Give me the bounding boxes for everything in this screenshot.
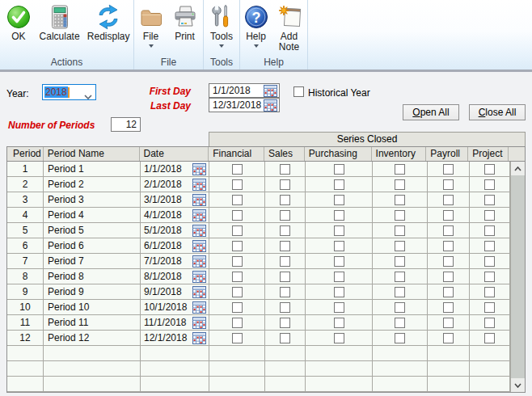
payroll-closed-checkbox[interactable] — [443, 241, 454, 251]
payroll-closed-checkbox[interactable] — [443, 179, 454, 190]
calendar-picker-icon[interactable] — [192, 301, 206, 314]
calendar-picker-icon[interactable] — [192, 209, 206, 222]
ok-button[interactable]: OK — [2, 2, 36, 42]
sales-closed-checkbox[interactable] — [280, 210, 290, 221]
period-name-cell[interactable]: Period 10 — [44, 300, 141, 314]
purchasing-closed-checkbox[interactable] — [334, 225, 344, 236]
inventory-closed-checkbox[interactable] — [395, 302, 405, 313]
payroll-closed-checkbox[interactable] — [443, 164, 454, 175]
payroll-closed-checkbox[interactable] — [443, 272, 454, 282]
financial-closed-checkbox[interactable] — [232, 333, 243, 343]
project-closed-checkbox[interactable] — [484, 179, 495, 190]
number-of-periods-field[interactable]: 12 — [111, 117, 141, 132]
period-name-cell[interactable]: Period 6 — [44, 238, 141, 253]
inventory-closed-checkbox[interactable] — [395, 241, 405, 251]
inventory-closed-checkbox[interactable] — [395, 318, 405, 328]
calendar-picker-icon[interactable] — [192, 194, 206, 207]
period-name-cell[interactable]: Period 12 — [44, 331, 141, 345]
project-closed-checkbox[interactable] — [484, 164, 495, 175]
purchasing-closed-checkbox[interactable] — [334, 272, 344, 282]
payroll-closed-checkbox[interactable] — [443, 256, 454, 267]
project-closed-checkbox[interactable] — [484, 225, 495, 236]
sales-closed-checkbox[interactable] — [280, 164, 290, 175]
sales-closed-checkbox[interactable] — [280, 256, 290, 267]
purchasing-closed-checkbox[interactable] — [334, 318, 344, 328]
period-date-cell[interactable]: 12/1/2018 — [141, 331, 209, 345]
period-date-cell[interactable]: 5/1/2018 — [141, 223, 209, 238]
project-closed-checkbox[interactable] — [484, 287, 495, 297]
period-name-cell[interactable]: Period 2 — [44, 177, 141, 192]
payroll-closed-checkbox[interactable] — [443, 318, 454, 328]
inventory-closed-checkbox[interactable] — [395, 195, 405, 205]
period-name-cell[interactable]: Period 11 — [44, 315, 141, 330]
project-closed-checkbox[interactable] — [484, 210, 495, 221]
open-all-button[interactable]: Open All — [403, 104, 459, 120]
period-name-cell[interactable]: Period 7 — [44, 254, 141, 268]
inventory-closed-checkbox[interactable] — [395, 210, 405, 221]
project-closed-checkbox[interactable] — [484, 333, 495, 343]
purchasing-closed-checkbox[interactable] — [334, 333, 344, 343]
financial-closed-checkbox[interactable] — [232, 164, 243, 175]
project-closed-checkbox[interactable] — [484, 241, 495, 251]
sales-closed-checkbox[interactable] — [280, 302, 290, 313]
historical-year-checkbox[interactable] — [293, 86, 304, 97]
financial-closed-checkbox[interactable] — [232, 225, 243, 236]
last-day-field[interactable]: 12/31/2018 — [209, 98, 280, 112]
purchasing-closed-checkbox[interactable] — [334, 302, 344, 313]
file-menu-button[interactable]: File — [135, 2, 167, 48]
add-note-button[interactable]: Add Note — [272, 2, 307, 53]
payroll-closed-checkbox[interactable] — [443, 287, 454, 297]
payroll-closed-checkbox[interactable] — [443, 302, 454, 313]
sales-closed-checkbox[interactable] — [280, 287, 290, 297]
period-date-cell[interactable]: 11/1/2018 — [141, 315, 209, 330]
period-date-cell[interactable]: 2/1/2018 — [141, 177, 209, 192]
project-closed-checkbox[interactable] — [484, 256, 495, 267]
project-closed-checkbox[interactable] — [484, 302, 495, 313]
calendar-picker-icon[interactable] — [192, 286, 206, 299]
calendar-picker-icon[interactable] — [192, 240, 206, 253]
calendar-picker-icon[interactable] — [264, 99, 277, 114]
inventory-closed-checkbox[interactable] — [395, 256, 405, 267]
payroll-closed-checkbox[interactable] — [443, 210, 454, 221]
period-date-cell[interactable]: 8/1/2018 — [141, 269, 209, 284]
sales-closed-checkbox[interactable] — [280, 225, 290, 236]
close-all-button[interactable]: Close All — [469, 104, 526, 120]
period-date-cell[interactable]: 6/1/2018 — [141, 238, 209, 253]
chevron-down-icon[interactable] — [84, 91, 92, 102]
tools-menu-button[interactable]: Tools — [205, 2, 239, 48]
inventory-closed-checkbox[interactable] — [395, 179, 405, 190]
calendar-picker-icon[interactable] — [192, 317, 206, 330]
financial-closed-checkbox[interactable] — [232, 241, 243, 251]
payroll-closed-checkbox[interactable] — [443, 195, 454, 205]
payroll-closed-checkbox[interactable] — [443, 225, 454, 236]
calculate-button[interactable]: Calculate — [36, 2, 84, 42]
period-name-cell[interactable]: Period 4 — [44, 208, 141, 222]
financial-closed-checkbox[interactable] — [232, 287, 243, 297]
financial-closed-checkbox[interactable] — [232, 272, 243, 282]
period-date-cell[interactable]: 10/1/2018 — [141, 300, 209, 314]
period-name-cell[interactable]: Period 5 — [44, 223, 141, 238]
year-combobox[interactable]: 2018 — [42, 84, 96, 100]
financial-closed-checkbox[interactable] — [232, 195, 243, 205]
calendar-picker-icon[interactable] — [192, 179, 206, 192]
help-menu-button[interactable]: ? Help — [241, 2, 272, 48]
period-date-cell[interactable]: 4/1/2018 — [141, 208, 209, 222]
financial-closed-checkbox[interactable] — [232, 179, 243, 190]
sales-closed-checkbox[interactable] — [280, 318, 290, 328]
period-name-cell[interactable]: Period 3 — [44, 192, 141, 207]
scrollbar-down-arrow[interactable] — [511, 378, 525, 392]
financial-closed-checkbox[interactable] — [232, 210, 243, 221]
purchasing-closed-checkbox[interactable] — [334, 287, 344, 297]
purchasing-closed-checkbox[interactable] — [334, 256, 344, 267]
financial-closed-checkbox[interactable] — [232, 318, 243, 328]
inventory-closed-checkbox[interactable] — [395, 225, 405, 236]
calendar-picker-icon[interactable] — [192, 255, 206, 268]
calendar-picker-icon[interactable] — [192, 225, 206, 238]
purchasing-closed-checkbox[interactable] — [334, 164, 344, 175]
scrollbar-up-arrow[interactable] — [511, 162, 525, 175]
purchasing-closed-checkbox[interactable] — [334, 241, 344, 251]
sales-closed-checkbox[interactable] — [280, 241, 290, 251]
project-closed-checkbox[interactable] — [484, 318, 495, 328]
period-date-cell[interactable]: 1/1/2018 — [141, 162, 209, 176]
sales-closed-checkbox[interactable] — [280, 195, 290, 205]
